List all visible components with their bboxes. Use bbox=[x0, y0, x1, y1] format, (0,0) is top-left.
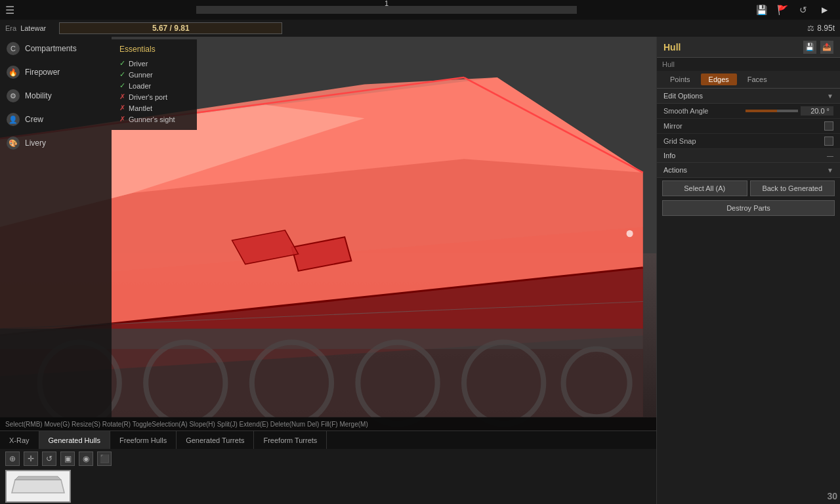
essential-drivers-port: ✗ Driver's port bbox=[119, 91, 189, 102]
hull-thumbnail[interactable] bbox=[5, 470, 71, 503]
bottom-icon-grid[interactable]: ▣ bbox=[60, 452, 75, 466]
crew-label: Crew bbox=[25, 115, 43, 124]
panel-save-icon[interactable]: 💾 bbox=[803, 41, 816, 54]
action-row-1: Select All (A) Back to Generated bbox=[657, 178, 840, 199]
top-center: 1 bbox=[20, 6, 753, 14]
edit-options-arrow: ▼ bbox=[827, 93, 833, 100]
loader-check: ✓ bbox=[119, 81, 125, 90]
info-section[interactable]: Info — bbox=[657, 149, 840, 163]
mobility-icon: ⚙ bbox=[7, 89, 20, 102]
firepower-icon: 🔥 bbox=[7, 66, 20, 79]
essential-gunner: ✓ Gunner bbox=[119, 69, 189, 80]
back-to-generated-button[interactable]: Back to Generated bbox=[750, 180, 835, 196]
right-panel: Hull 💾 📤 Hull Points Edges Faces Edit Op… bbox=[656, 37, 840, 504]
hull-thumbnail-svg bbox=[9, 473, 68, 499]
destroy-parts-button[interactable]: Destroy Parts bbox=[662, 200, 835, 216]
stat-value: 5.67 / 9.81 bbox=[152, 24, 190, 33]
essential-mantlet: ✗ Mantlet bbox=[119, 102, 189, 114]
actions-arrow: ▼ bbox=[827, 167, 833, 174]
tab-edges[interactable]: Edges bbox=[701, 74, 737, 85]
essentials-panel: Essentials ✓ Driver ✓ Gunner ✓ Loader ✗ … bbox=[112, 39, 197, 130]
bottom-icon-circle[interactable]: ◉ bbox=[79, 452, 93, 466]
tab-xray[interactable]: X-Ray bbox=[0, 431, 39, 449]
sidebar-item-livery[interactable]: 🎨 Livery bbox=[0, 131, 112, 155]
era-bar: Era Latewar 5.67 / 9.81 ⚖ 8.95t bbox=[0, 20, 840, 37]
compartments-icon: C bbox=[7, 42, 20, 55]
tab-freeform-turrets[interactable]: Freeform Turrets bbox=[254, 431, 327, 449]
tab-generated-hulls[interactable]: Generated Hulls bbox=[39, 431, 111, 449]
panel-export-icon[interactable]: 📤 bbox=[820, 41, 833, 54]
hull-sub-section-label: Hull bbox=[662, 60, 675, 68]
weight-icon: ⚖ bbox=[807, 24, 814, 33]
tab-faces[interactable]: Faces bbox=[740, 74, 775, 85]
mirror-label: Mirror bbox=[663, 122, 682, 130]
bottom-icon-add[interactable]: ⊕ bbox=[5, 452, 20, 466]
sidebar-item-crew[interactable]: 👤 Crew bbox=[0, 108, 112, 131]
play-button[interactable]: ▶ bbox=[816, 2, 832, 18]
drivers-port-check: ✗ bbox=[119, 93, 125, 101]
menu-icon[interactable]: ☰ bbox=[0, 0, 20, 20]
crew-icon: 👤 bbox=[7, 113, 20, 126]
smooth-angle-slider[interactable] bbox=[746, 110, 798, 112]
hull-sub-tabs: Points Edges Faces bbox=[657, 71, 840, 89]
gunner-check: ✓ bbox=[119, 70, 125, 79]
panel-header: Hull 💾 📤 bbox=[657, 37, 840, 58]
smooth-angle-control: 20.0 ° bbox=[746, 106, 833, 116]
actions-title: Actions bbox=[663, 166, 687, 174]
smooth-angle-row: Smooth Angle 20.0 ° bbox=[657, 104, 840, 119]
bottom-icons-row: ⊕ ✛ ↺ ▣ ◉ ⬛ bbox=[0, 449, 656, 469]
panel-header-icons: 💾 📤 bbox=[803, 41, 833, 54]
bottom-icon-square[interactable]: ⬛ bbox=[97, 452, 112, 466]
tab-points[interactable]: Points bbox=[662, 74, 698, 85]
bottom-content bbox=[0, 469, 656, 504]
select-all-button[interactable]: Select All (A) bbox=[662, 180, 747, 196]
gunners-sight-check: ✗ bbox=[119, 115, 125, 123]
bottom-area: X-Ray Generated Hulls Freeform Hulls Gen… bbox=[0, 430, 656, 504]
grid-snap-checkbox[interactable] bbox=[824, 136, 833, 146]
bottom-icon-cross[interactable]: ✛ bbox=[24, 452, 38, 466]
track-bar: 1 bbox=[196, 6, 577, 14]
stat-bar: 5.67 / 9.81 bbox=[59, 22, 282, 34]
weight-area: ⚖ 8.95t bbox=[807, 24, 840, 33]
top-bar: ☰ 1 💾 🚩 ↺ ▶ bbox=[0, 0, 840, 20]
page-number: 30 bbox=[827, 491, 837, 501]
sidebar-item-mobility[interactable]: ⚙ Mobility bbox=[0, 84, 112, 108]
essential-gunners-sight: ✗ Gunner's sight bbox=[119, 114, 189, 125]
svg-marker-24 bbox=[15, 476, 61, 480]
panel-title: Hull bbox=[663, 42, 681, 52]
sidebar-item-firepower[interactable]: 🔥 Firepower bbox=[0, 60, 112, 84]
info-label: Info bbox=[663, 152, 675, 159]
hull-sub-label: Hull bbox=[657, 58, 840, 71]
save-icon[interactable]: 💾 bbox=[753, 2, 769, 18]
track-number: 1 bbox=[385, 0, 388, 7]
mirror-row: Mirror bbox=[657, 119, 840, 134]
sidebar-item-compartments[interactable]: C Compartments bbox=[0, 37, 112, 60]
driver-label: Driver bbox=[129, 60, 148, 68]
mantlet-label: Mantlet bbox=[129, 104, 152, 112]
refresh-icon[interactable]: ↺ bbox=[795, 2, 811, 18]
tab-bar: X-Ray Generated Hulls Freeform Hulls Gen… bbox=[0, 430, 656, 449]
essentials-title: Essentials bbox=[119, 45, 189, 54]
status-text: Select(RMB) Move(G) Resize(S) Rotate(R) … bbox=[5, 421, 368, 428]
grid-snap-row: Grid Snap bbox=[657, 134, 840, 149]
top-right-icons: 💾 🚩 ↺ ▶ bbox=[753, 2, 840, 18]
edit-options-header[interactable]: Edit Options ▼ bbox=[657, 89, 840, 104]
mirror-checkbox[interactable] bbox=[824, 121, 833, 131]
tab-generated-turrets[interactable]: Generated Turrets bbox=[177, 431, 254, 449]
gunners-sight-label: Gunner's sight bbox=[129, 116, 175, 123]
grid-snap-label: Grid Snap bbox=[663, 137, 696, 145]
tab-freeform-hulls[interactable]: Freeform Hulls bbox=[110, 431, 177, 449]
essential-driver: ✓ Driver bbox=[119, 58, 189, 69]
drivers-port-label: Driver's port bbox=[129, 93, 167, 101]
era-label: Era bbox=[5, 24, 16, 32]
flag-icon[interactable]: 🚩 bbox=[774, 2, 790, 18]
smooth-angle-label: Smooth Angle bbox=[663, 107, 709, 115]
loader-label: Loader bbox=[129, 82, 151, 90]
actions-header[interactable]: Actions ▼ bbox=[657, 163, 840, 178]
info-arrow: — bbox=[827, 152, 833, 159]
bottom-icon-rotate[interactable]: ↺ bbox=[42, 452, 56, 466]
svg-marker-23 bbox=[12, 480, 64, 493]
mobility-label: Mobility bbox=[25, 91, 52, 100]
driver-check: ✓ bbox=[119, 59, 125, 68]
edit-options-title: Edit Options bbox=[663, 92, 703, 100]
